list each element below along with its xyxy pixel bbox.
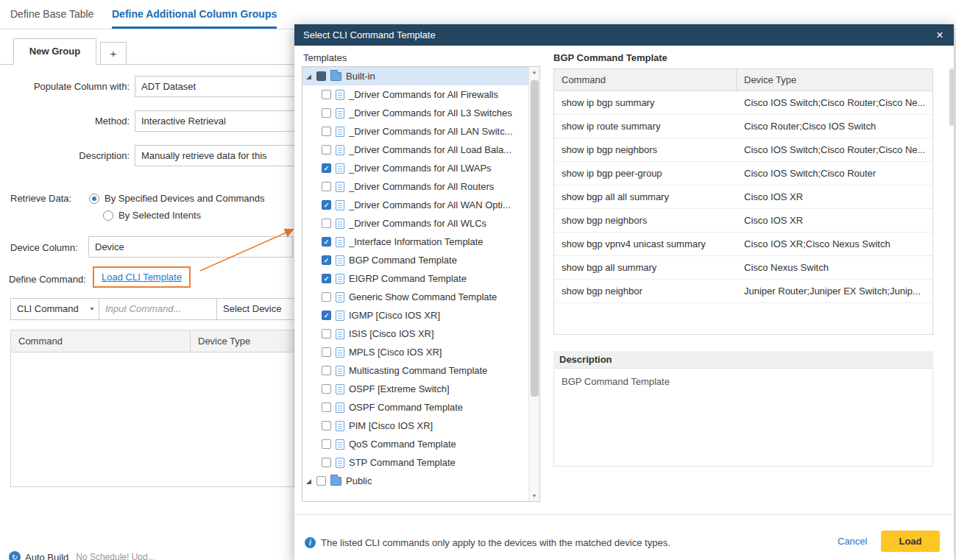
radio-by-specified-devices[interactable] (89, 194, 99, 204)
unchecked-checkbox[interactable] (322, 145, 331, 155)
defined-commands-table: Command Device Type (10, 330, 294, 487)
unchecked-checkbox[interactable] (322, 421, 331, 430)
checked-checkbox[interactable]: ✓ (322, 255, 331, 265)
auto-build-status[interactable]: ↻ Auto Build No Schedule! Upd... (9, 551, 155, 560)
template-doc-icon (336, 90, 344, 100)
cancel-button[interactable]: Cancel (838, 536, 867, 547)
cli-command-dropdown[interactable]: CLI Command ▾ (10, 298, 99, 320)
load-cli-template-link[interactable]: Load CLI Template (102, 272, 182, 283)
command-row[interactable]: show bgp all all summaryCisco IOS XR (554, 185, 932, 209)
tree-item[interactable]: ✓_Interface Information Template (302, 233, 528, 251)
tree-item[interactable]: _Driver Commands for All L3 Switches (302, 104, 528, 122)
built-in-partial-checkbox[interactable] (316, 71, 326, 81)
footer-info-text: The listed CLI commands only apply to th… (321, 537, 670, 548)
tree-item[interactable]: Multicasting Command Template (302, 361, 528, 380)
command-row[interactable]: show bgp neighborJuniper Router;Juniper … (554, 280, 932, 303)
radio-by-selected-intents-label[interactable]: By Selected Intents (118, 210, 201, 221)
scroll-down-icon[interactable]: ▼ (532, 491, 537, 501)
template-tree: ◢ Built-in _Driver Commands for All Fire… (302, 66, 540, 502)
checked-checkbox[interactable]: ✓ (322, 311, 331, 320)
device-type-cell: Cisco IOS XR;Cisco Nexus Switch (737, 238, 932, 249)
tree-item[interactable]: ✓BGP Command Template (302, 251, 528, 269)
template-doc-icon (336, 329, 344, 339)
tab-new-group[interactable]: New Group (13, 38, 96, 65)
public-checkbox[interactable] (316, 476, 326, 486)
command-row[interactable]: show ip bgp peer-groupCisco IOS Switch;C… (554, 162, 932, 185)
select-device-control[interactable]: Select Device (216, 298, 297, 320)
tab-define-base-table[interactable]: Define Base Table (10, 8, 93, 20)
unchecked-checkbox[interactable] (322, 439, 331, 449)
checked-checkbox[interactable]: ✓ (322, 163, 331, 173)
checked-checkbox[interactable]: ✓ (322, 274, 331, 283)
unchecked-checkbox[interactable] (322, 219, 331, 228)
collapse-icon[interactable]: ◢ (306, 73, 316, 80)
template-label: ISIS [Cisco IOS XR] (349, 328, 434, 339)
tree-item[interactable]: _Driver Commands for All LAN Switc... (302, 122, 528, 141)
command-row[interactable]: show ip bgp neighborsCisco IOS Switch;Ci… (554, 138, 932, 162)
tree-item[interactable]: ISIS [Cisco IOS XR] (302, 325, 528, 343)
tree-item[interactable]: STP Command Template (302, 453, 528, 472)
command-row[interactable]: show ip route summaryCisco Router;Cisco … (554, 115, 932, 138)
close-icon[interactable]: × (932, 24, 948, 46)
unchecked-checkbox[interactable] (322, 384, 331, 394)
unchecked-checkbox[interactable] (322, 329, 331, 339)
command-input-placeholder: Input Command... (105, 303, 181, 314)
auto-build-note: No Schedule! Upd... (76, 552, 155, 560)
unchecked-checkbox[interactable] (322, 182, 331, 191)
tab-define-additional-column-groups[interactable]: Define Additional Column Groups (112, 8, 277, 29)
device-type-cell: Cisco Router;Cisco IOS Switch (737, 121, 932, 132)
page-scrollbar-thumb[interactable] (949, 68, 955, 126)
unchecked-checkbox[interactable] (322, 127, 331, 136)
load-button[interactable]: Load (881, 531, 940, 552)
command-cell: show ip bgp neighbors (554, 144, 737, 155)
command-input[interactable]: Input Command... (99, 298, 217, 320)
tree-item[interactable]: _Driver Commands for All Routers (302, 177, 528, 196)
tree-folder-built-in[interactable]: ◢ Built-in (302, 67, 528, 85)
tree-item[interactable]: OSPF [Extreme Switch] (302, 380, 528, 398)
command-row[interactable]: show bgp neighborsCisco IOS XR (554, 209, 932, 233)
command-row[interactable]: show bgp all summaryCisco Nexus Switch (554, 256, 932, 280)
tree-folder-public[interactable]: ◢ Public (302, 472, 528, 490)
template-doc-icon (336, 200, 344, 210)
command-row[interactable]: show ip bgp summaryCisco IOS Switch;Cisc… (554, 91, 932, 115)
tree-item[interactable]: ✓_Driver Commands for All LWAPs (302, 159, 528, 177)
template-label: BGP Command Template (349, 255, 457, 266)
command-row[interactable]: show bgp vpnv4 unicast summaryCisco IOS … (554, 233, 932, 256)
tree-item[interactable]: _Driver Commands for All Load Bala... (302, 141, 528, 159)
device-type-cell: Cisco IOS Switch;Cisco Router (737, 168, 932, 179)
unchecked-checkbox[interactable] (322, 292, 331, 302)
checked-checkbox[interactable]: ✓ (322, 237, 331, 247)
tree-item[interactable]: ✓_Driver Commands for All WAN Opti... (302, 196, 528, 214)
unchecked-checkbox[interactable] (322, 403, 331, 412)
template-label: _Driver Commands for All Firewalls (349, 89, 498, 100)
tree-item[interactable]: MPLS [Cisco IOS XR] (302, 343, 528, 361)
unchecked-checkbox[interactable] (322, 90, 331, 99)
tree-scrollbar[interactable]: ▲ ▼ (528, 67, 539, 501)
footer-divider (294, 514, 954, 515)
tree-item[interactable]: OSPF Command Template (302, 398, 528, 417)
dialog-titlebar[interactable]: Select CLI Command Template × (294, 24, 954, 46)
radio-by-specified-devices-label[interactable]: By Specified Devices and Commands (105, 193, 265, 204)
unchecked-checkbox[interactable] (322, 347, 331, 357)
tree-item[interactable]: QoS Command Template (302, 435, 528, 453)
scrollbar-thumb[interactable] (531, 80, 539, 397)
unchecked-checkbox[interactable] (322, 366, 331, 375)
unchecked-checkbox[interactable] (322, 458, 331, 467)
tree-item[interactable]: ✓IGMP [Cisco IOS XR] (302, 306, 528, 325)
auto-build-icon: ↻ (9, 551, 21, 560)
tree-item[interactable]: _Driver Commands for All Firewalls (302, 85, 528, 104)
tree-item[interactable]: PIM [Cisco IOS XR] (302, 417, 528, 435)
template-label: STP Command Template (349, 457, 456, 468)
unchecked-checkbox[interactable] (322, 108, 331, 118)
checked-checkbox[interactable]: ✓ (322, 200, 331, 210)
add-group-button[interactable]: + (100, 42, 127, 65)
scroll-up-icon[interactable]: ▲ (532, 67, 537, 77)
template-doc-icon (336, 237, 344, 247)
description-label: Description: (10, 150, 130, 161)
command-cell: show bgp vpnv4 unicast summary (554, 238, 737, 249)
tree-item[interactable]: ✓EIGRP Command Template (302, 269, 528, 288)
tree-item[interactable]: Generic Show Command Template (302, 288, 528, 306)
radio-by-selected-intents[interactable] (103, 210, 113, 221)
tree-item[interactable]: _Driver Commands for All WLCs (302, 214, 528, 233)
collapse-icon[interactable]: ◢ (306, 478, 316, 485)
